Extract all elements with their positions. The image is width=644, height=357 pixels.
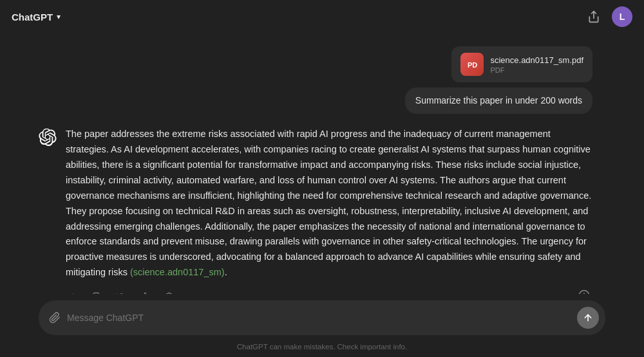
- footer-note: ChatGPT can make mistakes. Check importa…: [0, 339, 644, 357]
- message-input[interactable]: [67, 313, 571, 323]
- svg-text:PDF: PDF: [468, 61, 478, 69]
- pdf-type: PDF: [490, 66, 583, 74]
- send-button[interactable]: [577, 307, 599, 329]
- chevron-down-icon: ▾: [57, 12, 61, 21]
- action-icons: [66, 289, 176, 294]
- user-message-bubble: Summarize this paper in under 200 words: [405, 87, 592, 114]
- link-suffix: .: [225, 267, 227, 277]
- chatgpt-avatar: [39, 128, 57, 146]
- avatar[interactable]: L: [612, 6, 632, 27]
- pdf-filename: science.adn0117_sm.pdf: [490, 55, 583, 65]
- copy-button[interactable]: [90, 289, 105, 294]
- scroll-down-button[interactable]: [576, 287, 592, 294]
- assistant-response: The paper addresses the extreme risks as…: [66, 127, 592, 280]
- share-button[interactable]: [583, 6, 604, 27]
- header: ChatGPT ▾ L: [0, 0, 644, 33]
- header-actions: L: [583, 6, 632, 27]
- app-title-button[interactable]: ChatGPT ▾: [12, 12, 61, 23]
- pdf-info: science.adn0117_sm.pdf PDF: [490, 55, 583, 74]
- regenerate-button[interactable]: [114, 289, 129, 294]
- paper-link[interactable]: (science.adn0117_sm): [130, 267, 225, 277]
- user-message-section: PDF science.adn0117_sm.pdf PDF Summarize…: [0, 40, 644, 120]
- attach-button[interactable]: [49, 312, 61, 324]
- chat-area: PDF science.adn0117_sm.pdf PDF Summarize…: [0, 33, 644, 294]
- input-container: [39, 300, 605, 335]
- more-options-button[interactable]: [162, 289, 176, 294]
- pdf-attachment: PDF science.adn0117_sm.pdf PDF: [451, 46, 592, 82]
- thumbs-up-button[interactable]: [138, 289, 153, 294]
- pdf-icon: PDF: [460, 53, 484, 76]
- assistant-text: The paper addresses the extreme risks as…: [66, 129, 591, 277]
- input-area: [0, 294, 644, 339]
- assistant-message-section: The paper addresses the extreme risks as…: [0, 120, 644, 280]
- app-title: ChatGPT: [12, 12, 53, 23]
- action-row: [0, 280, 644, 294]
- audio-button[interactable]: [66, 289, 81, 294]
- user-message-text: Summarize this paper in under 200 words: [415, 95, 582, 105]
